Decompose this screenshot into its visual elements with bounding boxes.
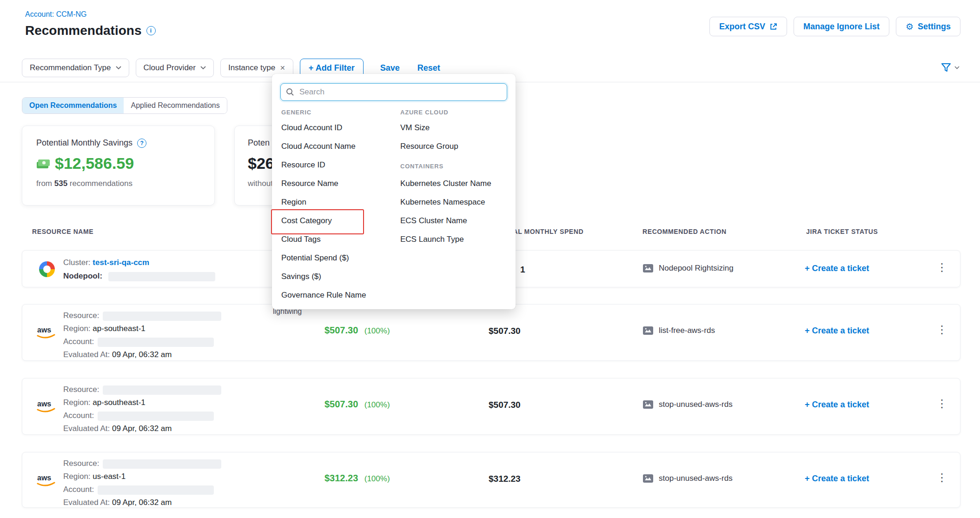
action-icon bbox=[643, 326, 653, 335]
manage-ignore-list-label: Manage Ignore List bbox=[803, 22, 880, 32]
filter-panel-toggle[interactable] bbox=[940, 62, 960, 73]
create-ticket-button[interactable]: + Create a ticket bbox=[805, 400, 869, 410]
row-menu-icon[interactable]: ⋮ bbox=[936, 472, 947, 483]
filter-option-cloud-tags[interactable]: Cloud Tags bbox=[280, 230, 399, 249]
svg-text:aws: aws bbox=[37, 400, 51, 408]
savings-percent: (100%) bbox=[364, 400, 390, 409]
filter-option-cost-category[interactable]: Cost Category bbox=[280, 212, 399, 230]
recommended-action-label: Nodepool Rightsizing bbox=[659, 264, 734, 273]
monthly-spend-fragment: 1 bbox=[520, 265, 525, 275]
filter-search-input[interactable] bbox=[280, 83, 507, 101]
filter-option-resource-id[interactable]: Resource ID bbox=[280, 156, 399, 174]
settings-button[interactable]: ⚙ Settings bbox=[896, 17, 960, 36]
redacted-account-value bbox=[98, 412, 214, 421]
region-label: Region: bbox=[63, 472, 91, 481]
resource-label: Resource: bbox=[63, 385, 99, 394]
svg-text:aws: aws bbox=[37, 326, 51, 334]
filter-option-kubernetes-namespace[interactable]: Kubernetes Namespace bbox=[399, 193, 507, 212]
help-icon[interactable]: ? bbox=[137, 139, 146, 148]
filter-chip-label: Recommendation Type bbox=[30, 63, 111, 73]
resource-label: Resource: bbox=[63, 311, 99, 320]
close-icon[interactable]: ✕ bbox=[280, 64, 285, 72]
filter-option-kubernetes-cluster-name[interactable]: Kubernetes Cluster Name bbox=[399, 174, 507, 193]
filter-option-cloud-account-name[interactable]: Cloud Account Name bbox=[280, 137, 399, 156]
monthly-savings-value: $507.30 bbox=[324, 399, 358, 409]
cluster-label: Cluster: bbox=[63, 258, 91, 267]
filter-chip-cloud-provider[interactable]: Cloud Provider bbox=[136, 59, 214, 77]
column-header-jira-ticket-status: JIRA TICKET STATUS bbox=[806, 228, 878, 235]
aws-icon: aws bbox=[35, 473, 57, 487]
filter-option-ecs-cluster-name[interactable]: ECS Cluster Name bbox=[399, 212, 507, 230]
recommendation-row[interactable]: aws Resource: Region: ap-southeast-1 Acc… bbox=[22, 304, 960, 361]
export-csv-button[interactable]: Export CSV bbox=[709, 17, 787, 36]
filter-option-vm-size[interactable]: VM Size bbox=[399, 119, 507, 137]
savings-subtitle-suffix: recommendations bbox=[70, 179, 132, 188]
account-label: Account: bbox=[63, 485, 94, 494]
filter-option-savings[interactable]: Savings ($) bbox=[280, 267, 399, 286]
savings-percent: (100%) bbox=[364, 326, 390, 335]
create-ticket-button[interactable]: + Create a ticket bbox=[805, 474, 869, 484]
total-monthly-spend-value: $312.23 bbox=[489, 474, 521, 484]
column-header-resource-name: RESOURCE NAME bbox=[32, 228, 93, 235]
create-ticket-button[interactable]: + Create a ticket bbox=[805, 264, 869, 273]
gear-icon: ⚙ bbox=[906, 21, 914, 32]
redacted-resource-value bbox=[103, 459, 221, 469]
external-link-icon bbox=[769, 23, 777, 31]
reset-filter-button[interactable]: Reset bbox=[417, 63, 440, 73]
savings-percent: (100%) bbox=[364, 474, 390, 483]
recommendations-page: Account: CCM-NG Recommendations i Export… bbox=[0, 0, 980, 518]
account-breadcrumb[interactable]: Account: CCM-NG bbox=[25, 10, 86, 19]
info-icon[interactable]: i bbox=[146, 26, 156, 35]
filter-option-governance-rule-name[interactable]: Governance Rule Name bbox=[280, 286, 399, 305]
savings-subtitle-prefix: from bbox=[36, 179, 52, 188]
settings-label: Settings bbox=[918, 22, 951, 32]
region-label: Region: bbox=[63, 398, 91, 407]
gcp-cluster-icon bbox=[39, 261, 55, 277]
filter-option-cloud-account-id[interactable]: Cloud Account ID bbox=[280, 119, 399, 137]
row-menu-icon[interactable]: ⋮ bbox=[936, 262, 947, 273]
total-monthly-spend-value: $507.30 bbox=[489, 400, 521, 410]
section-header-generic: GENERIC bbox=[280, 105, 399, 119]
nodepool-label: Nodepool: bbox=[63, 272, 102, 280]
cluster-name-link[interactable]: test-sri-qa-ccm bbox=[93, 258, 149, 267]
header-actions: Export CSV Manage Ignore List ⚙ Settings bbox=[709, 17, 960, 36]
save-filter-button[interactable]: Save bbox=[380, 63, 400, 73]
filter-option-region[interactable]: Region bbox=[280, 193, 399, 212]
filter-option-resource-name[interactable]: Resource Name bbox=[280, 174, 399, 193]
spend-card-title-fragment: Poten bbox=[248, 138, 270, 148]
section-header-containers: CONTAINERS bbox=[399, 156, 507, 174]
column-header-recommended-action: RECOMMENDED ACTION bbox=[642, 228, 727, 235]
recommendation-row[interactable]: aws Resource: Region: ap-southeast-1 Acc… bbox=[22, 378, 960, 435]
row-menu-icon[interactable]: ⋮ bbox=[936, 324, 947, 335]
evaluated-at-label: Evaluated At: bbox=[63, 350, 110, 359]
region-value: ap-southeast-1 bbox=[93, 324, 145, 333]
create-ticket-button[interactable]: + Create a ticket bbox=[805, 326, 869, 336]
chevron-down-icon bbox=[116, 66, 121, 70]
evaluated-at-value: 09 Apr, 06:32 am bbox=[112, 424, 172, 433]
savings-card-title: Potential Monthly Savings bbox=[36, 138, 132, 148]
row-menu-icon[interactable]: ⋮ bbox=[936, 398, 947, 409]
tab-applied-recommendations[interactable]: Applied Recommendations bbox=[124, 98, 226, 113]
filter-option-resource-group[interactable]: Resource Group bbox=[399, 137, 507, 156]
region-label: Region: bbox=[63, 324, 91, 333]
aws-icon: aws bbox=[35, 399, 57, 413]
filter-option-ecs-launch-type[interactable]: ECS Launch Type bbox=[399, 230, 507, 249]
filter-chip-recommendation-type[interactable]: Recommendation Type bbox=[22, 59, 129, 77]
evaluated-at-label: Evaluated At: bbox=[63, 424, 110, 433]
filter-chip-label: Cloud Provider bbox=[144, 63, 196, 73]
recommendation-row[interactable]: aws Resource: Region: us-east-1 Account:… bbox=[22, 452, 960, 508]
filter-option-potential-spend[interactable]: Potential Spend ($) bbox=[280, 249, 399, 267]
action-icon bbox=[643, 400, 653, 409]
money-icon bbox=[36, 158, 50, 170]
region-value: us-east-1 bbox=[93, 472, 126, 481]
add-filter-dropdown: GENERIC Cloud Account ID Cloud Account N… bbox=[272, 74, 516, 309]
savings-amount: $12,586.59 bbox=[55, 154, 134, 173]
redacted-resource-value bbox=[103, 385, 221, 395]
manage-ignore-list-button[interactable]: Manage Ignore List bbox=[794, 17, 889, 36]
chevron-down-icon bbox=[200, 66, 206, 70]
chevron-down-icon bbox=[954, 66, 960, 69]
svg-text:aws: aws bbox=[37, 474, 51, 482]
monthly-savings-value: $507.30 bbox=[324, 325, 358, 335]
savings-count: 535 bbox=[54, 179, 67, 188]
tab-open-recommendations[interactable]: Open Recommendations bbox=[22, 98, 124, 113]
